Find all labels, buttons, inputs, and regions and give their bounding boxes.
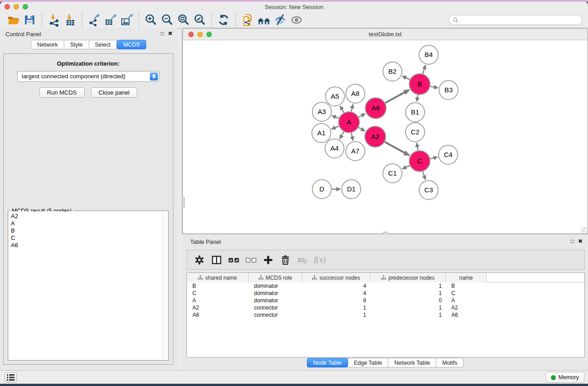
close-panel-icon[interactable]: ✖ — [168, 30, 172, 37]
zoom-out-button[interactable] — [159, 12, 175, 28]
table-tab-network-table[interactable]: Network Table — [388, 358, 436, 367]
cell-successor-nodes: 8 — [302, 297, 370, 304]
graph-edge-A-A3[interactable] — [332, 116, 339, 119]
close-window-button[interactable] — [5, 4, 10, 10]
tab-network[interactable]: Network — [31, 40, 64, 49]
export-table-button[interactable] — [102, 12, 119, 28]
close-panel-button[interactable]: Close panel — [91, 87, 138, 98]
delete-column-button[interactable] — [279, 253, 292, 267]
result-item[interactable]: B — [9, 227, 168, 234]
dropdown-stepper-icon — [150, 72, 158, 81]
graph-edge-A-A6[interactable] — [359, 114, 365, 117]
graph-edge-C-C3[interactable] — [423, 172, 425, 180]
graph-edge-A-A5[interactable] — [340, 106, 344, 113]
clone-network-button[interactable] — [239, 12, 256, 28]
table-row[interactable]: Cdominator41C — [187, 290, 584, 297]
graph-node-label: B1 — [411, 108, 419, 116]
show-columns-button[interactable] — [210, 253, 223, 267]
graph-edge-B-B4[interactable] — [423, 65, 425, 74]
table-row[interactable]: Adominator80A — [187, 297, 584, 304]
open-session-button[interactable] — [5, 12, 22, 28]
tab-mcds[interactable]: MCDS — [117, 40, 146, 49]
search-input[interactable] — [461, 17, 578, 23]
float-panel-icon[interactable]: □ — [161, 30, 164, 37]
column-header-name[interactable]: name — [446, 273, 487, 282]
graph-edge-A-A1[interactable] — [331, 126, 339, 129]
hide-selected-button[interactable] — [272, 12, 288, 28]
save-session-button[interactable] — [22, 12, 38, 28]
add-column-button[interactable] — [262, 253, 275, 267]
zoom-window-button[interactable] — [23, 4, 28, 10]
result-item[interactable]: A6 — [9, 242, 168, 249]
splitter-grip-left[interactable] — [182, 197, 185, 207]
float-panel-icon[interactable]: □ — [571, 238, 574, 244]
table-row[interactable]: A6connector11A6 — [187, 311, 584, 319]
table-row[interactable]: Bdominator41B — [187, 282, 584, 290]
graph-edge-A2-C[interactable] — [385, 142, 409, 156]
criterion-dropdown[interactable]: largest connected component (directed) — [17, 71, 159, 82]
memory-button[interactable]: Memory — [545, 372, 584, 383]
select-all-button[interactable] — [227, 253, 240, 267]
tab-style[interactable]: Style — [64, 40, 89, 49]
minimize-window-button[interactable] — [14, 4, 19, 10]
result-item[interactable]: C — [9, 234, 168, 242]
open-folder-icon — [7, 13, 20, 27]
result-list-scrollbar[interactable] — [162, 211, 168, 360]
table-row[interactable]: A2connector11A2 — [187, 304, 584, 311]
table-tab-motifs[interactable]: Motifs — [436, 358, 464, 367]
deselect-all-button[interactable] — [244, 253, 258, 267]
zoom-selected-button[interactable] — [191, 12, 208, 28]
attribute-type-icon — [258, 275, 263, 280]
column-header-shared-name[interactable]: shared name — [187, 273, 249, 282]
graph-edge-C-C2[interactable] — [417, 143, 418, 151]
network-minimize-button[interactable] — [197, 32, 203, 37]
window-title: Session: New Session — [0, 2, 588, 12]
result-item[interactable]: A2 — [9, 213, 168, 220]
graph-node-label: C1 — [388, 169, 397, 177]
close-panel-icon[interactable]: ✖ — [578, 238, 583, 244]
graph-edge-A6-B[interactable] — [385, 90, 409, 103]
column-header-successor-nodes[interactable]: successor nodes — [302, 273, 370, 282]
network-window-titlebar[interactable]: testGlobe.txt — [183, 29, 588, 40]
table-tab-node-table[interactable]: Node Table — [307, 358, 348, 367]
export-network-button[interactable] — [86, 12, 102, 28]
graph-edge-B-B2[interactable] — [402, 76, 410, 80]
home-first-neighbors-button[interactable] — [256, 12, 272, 28]
run-mcds-button[interactable]: Run MCDS — [39, 87, 85, 98]
network-close-button[interactable] — [188, 32, 194, 37]
graph-node-label: B4 — [425, 51, 433, 58]
export-image-button[interactable] — [119, 12, 135, 28]
graph-edge-A-A4[interactable] — [340, 132, 344, 139]
graph-edge-A-A7[interactable] — [351, 133, 353, 140]
refresh-button[interactable] — [215, 12, 232, 28]
column-header-mcds-role[interactable]: MCDS role — [249, 273, 302, 282]
resize-corner-icon[interactable] — [581, 227, 587, 233]
graph-node-label: C3 — [424, 186, 433, 194]
zoom-in-icon — [144, 13, 158, 27]
graph-node-label: A3 — [318, 108, 326, 115]
cell-shared-name: C — [187, 290, 249, 297]
cell-shared-name: A2 — [187, 304, 249, 311]
table-settings-button[interactable] — [193, 253, 206, 267]
mcds-result-list[interactable]: A2ABCA6 — [9, 211, 168, 360]
task-history-button[interactable] — [5, 372, 17, 382]
graph-edge-A-A2[interactable] — [359, 128, 365, 131]
graph-edge-B-B1[interactable] — [417, 95, 418, 102]
network-canvas[interactable]: B4B2BB3A5A8A6B1A3AA1C2A2A4A7C4CC1C3DD1 — [183, 41, 588, 234]
table-tab-edge-table[interactable]: Edge Table — [348, 358, 388, 367]
graph-edge-B-B3[interactable] — [430, 86, 438, 88]
zoom-in-button[interactable] — [143, 12, 159, 28]
tab-select[interactable]: Select — [89, 40, 117, 49]
column-header-predecessor-nodes[interactable]: predecessor nodes — [370, 273, 446, 282]
result-item[interactable]: A — [9, 220, 168, 227]
graph-edge-C-C1[interactable] — [402, 166, 410, 169]
import-table-button[interactable] — [62, 12, 78, 28]
network-zoom-button[interactable] — [206, 32, 212, 37]
zoom-fit-button[interactable] — [175, 12, 191, 28]
import-network-button[interactable] — [46, 12, 62, 28]
graph-edge-C-C4[interactable] — [430, 157, 437, 159]
show-all-button[interactable] — [288, 12, 305, 28]
graph-edge-A-A8[interactable] — [351, 104, 353, 111]
import-table-icon — [63, 13, 77, 27]
search-field[interactable] — [449, 15, 583, 25]
